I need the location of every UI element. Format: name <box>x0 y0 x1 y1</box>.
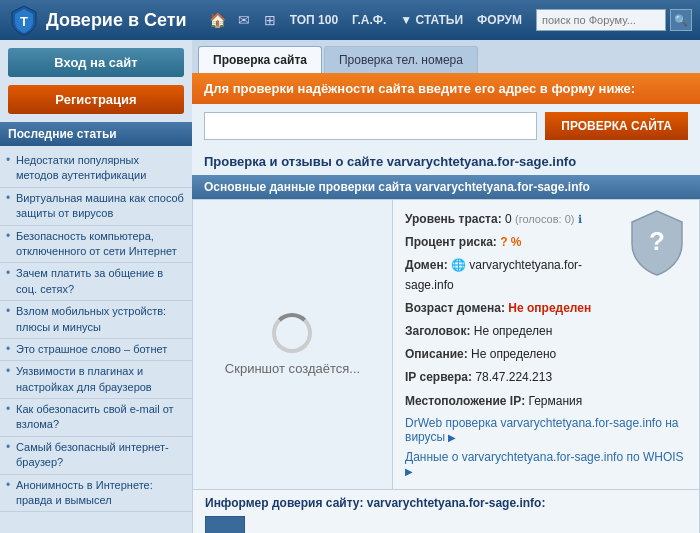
top-navigation: T Доверие в Сети 🏠 ✉ ⊞ ТОП 100 Г.А.Ф. ▼ … <box>0 0 700 40</box>
ip-label: IP сервера: <box>405 370 472 384</box>
articles-link[interactable]: ▼ СТАТЬИ <box>394 11 469 29</box>
informer-content: Trust 265 <a href="https://xn--blaeefebs… <box>193 512 699 533</box>
list-item: Зачем платить за общение в соц. сетях? <box>0 263 192 301</box>
whois-link[interactable]: Данные о varvarychtetyana.for-sage.info … <box>405 450 684 478</box>
list-item: Уязвимости в плагинах и настройках для б… <box>0 361 192 399</box>
informer-section: Информер доверия сайту: varvarychtetyana… <box>192 490 700 533</box>
top100-link[interactable]: ТОП 100 <box>284 11 344 29</box>
age-value: Не определен <box>508 301 591 315</box>
svg-text:?: ? <box>649 226 665 256</box>
url-input[interactable] <box>204 112 537 140</box>
description-value: Не определено <box>471 347 556 361</box>
faq-link[interactable]: Г.А.Ф. <box>346 11 392 29</box>
login-button[interactable]: Вход на сайт <box>8 48 184 77</box>
location-value: Германия <box>528 394 582 408</box>
site-title: Доверие в Сети <box>46 10 187 31</box>
ip-value: 78.47.224.213 <box>475 370 552 384</box>
list-item: Взлом мобильных устройств: плюсы и минус… <box>0 301 192 339</box>
list-item: Анонимность в Интернете: правда и вымысе… <box>0 475 192 513</box>
home-icon[interactable]: 🏠 <box>206 8 230 32</box>
percent-value: ? % <box>500 235 521 249</box>
trust-level-value: 0 <box>505 212 515 226</box>
whois-link-row: Данные о varvarychtetyana.for-sage.info … <box>405 447 687 481</box>
trust-info-icon[interactable]: ℹ <box>578 213 582 225</box>
percent-label: Процент риска: <box>405 235 497 249</box>
search-box: 🔍 <box>536 9 692 31</box>
sidebar-article-link[interactable]: Недостатки популярных методов аутентифик… <box>16 153 184 184</box>
list-item: Недостатки популярных методов аутентифик… <box>0 150 192 188</box>
ip-row: IP сервера: 78.47.224.213 <box>405 366 687 389</box>
main-layout: Вход на сайт Регистрация Последние стать… <box>0 40 700 533</box>
tab-check-phone[interactable]: Проверка тел. номера <box>324 46 478 73</box>
sidebar-article-link[interactable]: Безопасность компьютера, отключенного от… <box>16 229 184 260</box>
location-row: Местоположение IP: Германия <box>405 390 687 413</box>
sidebar-article-link[interactable]: Уязвимости в плагинах и настройках для б… <box>16 364 184 395</box>
trust-votes: (голосов: 0) <box>515 213 574 225</box>
list-item: Виртуальная машина как способ защиты от … <box>0 188 192 226</box>
data-section: Скриншот создаётся... ? Уровень траста: … <box>192 199 700 490</box>
drweb-link[interactable]: DrWeb проверка varvarychtetyana.for-sage… <box>405 416 678 444</box>
loading-spinner <box>272 313 312 353</box>
list-item: Это страшное слово – ботнет <box>0 339 192 361</box>
headline-label: Заголовок: <box>405 324 470 338</box>
orange-banner: Для проверки надёжности сайта введите ег… <box>192 73 700 104</box>
nav-links: 🏠 ✉ ⊞ ТОП 100 Г.А.Ф. ▼ СТАТЬИ ФОРУМ <box>206 8 528 32</box>
recent-articles-title: Последние статьи <box>0 122 192 146</box>
sidebar-article-link[interactable]: Самый безопасный интернет-браузер? <box>16 440 184 471</box>
search-input[interactable] <box>536 9 666 31</box>
headline-row: Заголовок: Не определен <box>405 320 687 343</box>
grid-icon[interactable]: ⊞ <box>258 8 282 32</box>
informer-badge: Trust 265 <box>205 516 245 533</box>
search-button[interactable]: 🔍 <box>670 9 692 31</box>
age-label: Возраст домена: <box>405 301 505 315</box>
tab-check-site[interactable]: Проверка сайта <box>198 46 322 73</box>
drweb-link-row: DrWeb проверка varvarychtetyana.for-sage… <box>405 413 687 447</box>
logo-area: T Доверие в Сети <box>8 4 187 36</box>
svg-text:T: T <box>20 14 28 29</box>
description-row: Описание: Не определено <box>405 343 687 366</box>
sidebar-article-link[interactable]: Зачем платить за общение в соц. сетях? <box>16 266 184 297</box>
sidebar-article-link[interactable]: Виртуальная машина как способ защиты от … <box>16 191 184 222</box>
sidebar-article-link[interactable]: Анонимность в Интернете: правда и вымысе… <box>16 478 184 509</box>
domain-label: Домен: <box>405 258 448 272</box>
sidebar-articles: Недостатки популярных методов аутентифик… <box>0 146 192 516</box>
register-button[interactable]: Регистрация <box>8 85 184 114</box>
headline-value: Не определен <box>474 324 553 338</box>
list-item: Как обезопасить свой e-mail от взлома? <box>0 399 192 437</box>
location-label: Местоположение IP: <box>405 394 525 408</box>
domain-icon: 🌐 <box>451 258 469 272</box>
description-label: Описание: <box>405 347 468 361</box>
age-row: Возраст домена: Не определен <box>405 297 687 320</box>
trust-level-label: Уровень траста: <box>405 212 502 226</box>
tabs-bar: Проверка сайта Проверка тел. номера <box>192 40 700 73</box>
content-area: Проверка сайта Проверка тел. номера Для … <box>192 40 700 533</box>
sidebar-article-link[interactable]: Это страшное слово – ботнет <box>16 342 184 357</box>
section-header: Основные данные проверки сайта varvarych… <box>192 175 700 199</box>
trust-shield: ? <box>627 208 687 278</box>
data-right: ? Уровень траста: 0 (голосов: 0) ℹ Проце… <box>393 200 699 489</box>
url-row: ПРОВЕРКА САЙТА <box>192 104 700 148</box>
sidebar-article-link[interactable]: Как обезопасить свой e-mail от взлома? <box>16 402 184 433</box>
informer-header: Информер доверия сайту: varvarychtetyana… <box>193 490 699 512</box>
check-site-button[interactable]: ПРОВЕРКА САЙТА <box>545 112 688 140</box>
forum-link[interactable]: ФОРУМ <box>471 11 528 29</box>
list-item: Самый безопасный интернет-браузер? <box>0 437 192 475</box>
mail-icon[interactable]: ✉ <box>232 8 256 32</box>
sidebar: Вход на сайт Регистрация Последние стать… <box>0 40 192 533</box>
logo-icon: T <box>8 4 40 36</box>
sidebar-article-link[interactable]: Взлом мобильных устройств: плюсы и минус… <box>16 304 184 335</box>
check-result-title: Проверка и отзывы о сайте varvarychtetya… <box>192 148 700 175</box>
screenshot-text: Скриншот создаётся... <box>225 361 360 376</box>
list-item: Безопасность компьютера, отключенного от… <box>0 226 192 264</box>
screenshot-area: Скриншот создаётся... <box>193 200 393 489</box>
